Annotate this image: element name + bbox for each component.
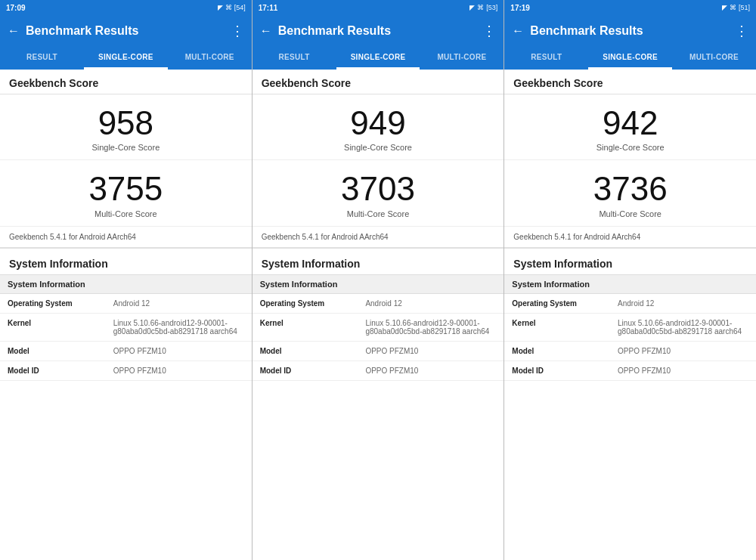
info-key-2: Model xyxy=(253,341,358,360)
tab-multicore[interactable]: MULTI-CORE xyxy=(420,47,503,70)
system-info-table: System InformationOperating SystemAndroi… xyxy=(504,274,756,381)
multi-core-score-label: Multi-Core Score xyxy=(6,209,246,218)
system-info-table: System InformationOperating SystemAndroi… xyxy=(0,274,252,381)
status-icons: ◤ ⌘ [54] xyxy=(218,4,246,11)
scroll-content: Geekbench Score 958 Single-Core Score 37… xyxy=(0,70,252,560)
table-row: ModelOPPO PFZM10 xyxy=(0,341,252,360)
phone-panel-2: 17:11 ◤ ⌘ [53] ← Benchmark Results ⋮ RES… xyxy=(253,0,505,560)
tab-multicore[interactable]: MULTI-CORE xyxy=(672,47,756,70)
multi-core-score-number: 3703 xyxy=(259,171,498,207)
single-core-score-label: Single-Core Score xyxy=(259,143,498,152)
single-core-score-block: 949 Single-Core Score xyxy=(253,94,504,160)
back-button[interactable]: ← xyxy=(260,24,272,38)
tab-singlecore[interactable]: SINGLE-CORE xyxy=(588,47,672,70)
system-info-table: System InformationOperating SystemAndroi… xyxy=(253,274,504,381)
info-key-3: Model ID xyxy=(504,360,610,380)
info-value-1: Linux 5.10.66-android12-9-00001-g80aba0d… xyxy=(610,313,756,341)
multi-core-score-number: 3755 xyxy=(6,171,246,207)
signal-icon: ◤ xyxy=(218,4,223,11)
app-bar-title: Benchmark Results xyxy=(278,24,477,38)
info-key-2: Model xyxy=(504,341,610,360)
app-bar: ← Benchmark Results ⋮ xyxy=(0,15,252,47)
table-row: Operating SystemAndroid 12 xyxy=(504,293,756,313)
system-info-table-header: System Information xyxy=(253,274,504,293)
info-key-0: Operating System xyxy=(0,293,106,313)
info-value-1: Linux 5.10.66-android12-9-00001-g80aba0d… xyxy=(358,313,503,341)
tab-bar: RESULTSINGLE-COREMULTI-CORE xyxy=(0,47,252,70)
status-icons: ◤ ⌘ [51] xyxy=(722,4,750,11)
table-row: ModelOPPO PFZM10 xyxy=(253,341,504,360)
more-options-icon[interactable]: ⋮ xyxy=(231,23,244,39)
info-value-1: Linux 5.10.66-android12-9-00001-g80aba0d… xyxy=(106,313,252,341)
table-row: Operating SystemAndroid 12 xyxy=(0,293,252,313)
tab-bar: RESULTSINGLE-COREMULTI-CORE xyxy=(253,47,504,70)
info-key-1: Kernel xyxy=(0,313,106,341)
scroll-content: Geekbench Score 942 Single-Core Score 37… xyxy=(504,70,756,560)
multi-core-score-number: 3736 xyxy=(510,171,750,207)
app-bar: ← Benchmark Results ⋮ xyxy=(253,15,504,47)
signal-icon: ◤ xyxy=(722,4,727,11)
multi-core-score-block: 3755 Multi-Core Score xyxy=(0,160,252,226)
status-time: 17:09 xyxy=(6,4,26,12)
app-bar-title: Benchmark Results xyxy=(530,24,729,38)
app-bar-title: Benchmark Results xyxy=(26,24,225,38)
scores-section: Geekbench Score 942 Single-Core Score 37… xyxy=(504,70,756,249)
info-value-0: Android 12 xyxy=(358,293,503,313)
system-info-table-header: System Information xyxy=(504,274,756,293)
tab-result[interactable]: RESULT xyxy=(253,47,336,70)
single-core-score-label: Single-Core Score xyxy=(6,143,246,152)
single-core-score-block: 942 Single-Core Score xyxy=(504,94,756,160)
battery-icon: [53] xyxy=(486,4,497,11)
multi-core-score-block: 3703 Multi-Core Score xyxy=(253,160,504,226)
tab-result[interactable]: RESULT xyxy=(504,47,588,70)
system-info-section: System InformationSystem InformationOper… xyxy=(504,249,756,381)
battery-icon: [54] xyxy=(234,4,246,11)
signal-icon: ◤ xyxy=(469,4,475,11)
geekbench-version-info: Geekbench 5.4.1 for Android AArch64 xyxy=(0,227,252,248)
wifi-icon: ⌘ xyxy=(225,4,232,11)
status-bar: 17:09 ◤ ⌘ [54] xyxy=(0,0,252,15)
more-options-icon[interactable]: ⋮ xyxy=(735,23,748,39)
system-info-section: System InformationSystem InformationOper… xyxy=(0,249,252,381)
single-core-score-number: 958 xyxy=(6,105,246,141)
multi-core-score-label: Multi-Core Score xyxy=(259,209,498,218)
table-row: KernelLinux 5.10.66-android12-9-00001-g8… xyxy=(504,313,756,341)
status-time: 17:19 xyxy=(510,4,530,12)
scores-section: Geekbench Score 949 Single-Core Score 37… xyxy=(253,70,504,249)
single-core-score-label: Single-Core Score xyxy=(510,143,750,152)
info-value-2: OPPO PFZM10 xyxy=(106,341,252,360)
status-icons: ◤ ⌘ [53] xyxy=(469,4,497,11)
scroll-content: Geekbench Score 949 Single-Core Score 37… xyxy=(253,70,504,560)
info-key-0: Operating System xyxy=(504,293,610,313)
system-info-heading: System Information xyxy=(0,249,252,274)
table-row: KernelLinux 5.10.66-android12-9-00001-g8… xyxy=(0,313,252,341)
multi-core-score-block: 3736 Multi-Core Score xyxy=(504,160,756,226)
scores-section: Geekbench Score 958 Single-Core Score 37… xyxy=(0,70,252,249)
table-row: Operating SystemAndroid 12 xyxy=(253,293,504,313)
back-button[interactable]: ← xyxy=(8,24,20,38)
info-key-1: Kernel xyxy=(253,313,358,341)
tab-singlecore[interactable]: SINGLE-CORE xyxy=(336,47,420,70)
info-value-3: OPPO PFZM10 xyxy=(358,360,503,380)
geekbench-score-heading: Geekbench Score xyxy=(504,70,756,94)
geekbench-version-info: Geekbench 5.4.1 for Android AArch64 xyxy=(504,227,756,248)
info-key-2: Model xyxy=(0,341,106,360)
info-value-0: Android 12 xyxy=(610,293,756,313)
tab-result[interactable]: RESULT xyxy=(0,47,84,70)
more-options-icon[interactable]: ⋮ xyxy=(482,23,496,39)
tab-multicore[interactable]: MULTI-CORE xyxy=(168,47,252,70)
info-key-3: Model ID xyxy=(253,360,358,380)
tab-singlecore[interactable]: SINGLE-CORE xyxy=(84,47,168,70)
geekbench-score-heading: Geekbench Score xyxy=(253,70,504,94)
status-time: 17:11 xyxy=(259,4,278,12)
phone-panel-3: 17:19 ◤ ⌘ [51] ← Benchmark Results ⋮ RES… xyxy=(504,0,756,560)
info-value-3: OPPO PFZM10 xyxy=(106,360,252,380)
table-row: Model IDOPPO PFZM10 xyxy=(0,360,252,380)
info-key-0: Operating System xyxy=(253,293,358,313)
phone-panel-1: 17:09 ◤ ⌘ [54] ← Benchmark Results ⋮ RES… xyxy=(0,0,253,560)
battery-icon: [51] xyxy=(739,4,750,11)
system-info-section: System InformationSystem InformationOper… xyxy=(253,249,504,381)
back-button[interactable]: ← xyxy=(512,24,524,38)
wifi-icon: ⌘ xyxy=(477,4,484,11)
table-row: Model IDOPPO PFZM10 xyxy=(504,360,756,380)
